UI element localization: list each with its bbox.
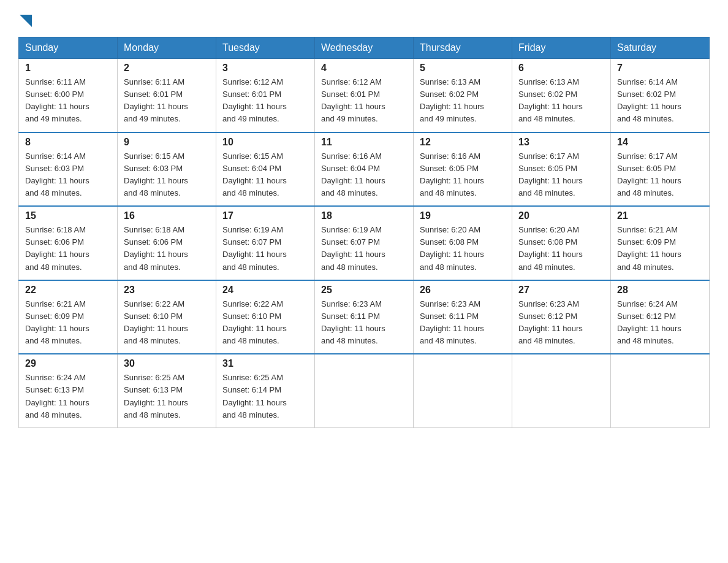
day-info: Sunrise: 6:23 AMSunset: 6:11 PMDaylight:… (321, 298, 407, 348)
day-info: Sunrise: 6:12 AMSunset: 6:01 PMDaylight:… (321, 76, 407, 126)
day-info: Sunrise: 6:14 AMSunset: 6:02 PMDaylight:… (617, 76, 703, 126)
day-cell-21: 21 Sunrise: 6:21 AMSunset: 6:09 PMDaylig… (611, 206, 710, 280)
day-info: Sunrise: 6:11 AMSunset: 6:00 PMDaylight:… (25, 76, 111, 126)
day-cell-25: 25 Sunrise: 6:23 AMSunset: 6:11 PMDaylig… (315, 280, 414, 354)
day-cell-27: 27 Sunrise: 6:23 AMSunset: 6:12 PMDaylig… (512, 280, 611, 354)
day-cell-22: 22 Sunrise: 6:21 AMSunset: 6:09 PMDaylig… (19, 280, 118, 354)
page-header (18, 12, 710, 26)
day-info: Sunrise: 6:18 AMSunset: 6:06 PMDaylight:… (124, 224, 210, 274)
day-cell-3: 3 Sunrise: 6:12 AMSunset: 6:01 PMDayligh… (216, 59, 315, 132)
day-number: 18 (321, 210, 407, 221)
day-info: Sunrise: 6:23 AMSunset: 6:12 PMDaylight:… (518, 298, 604, 348)
day-number: 13 (518, 137, 604, 148)
day-number: 3 (222, 63, 308, 74)
week-row-3: 15 Sunrise: 6:18 AMSunset: 6:06 PMDaylig… (19, 206, 710, 280)
day-cell-26: 26 Sunrise: 6:23 AMSunset: 6:11 PMDaylig… (414, 280, 512, 354)
day-info: Sunrise: 6:15 AMSunset: 6:03 PMDaylight:… (124, 150, 210, 200)
weekday-header-thursday: Thursday (414, 37, 512, 59)
day-number: 20 (518, 210, 604, 221)
day-cell-2: 2 Sunrise: 6:11 AMSunset: 6:01 PMDayligh… (118, 59, 216, 132)
day-cell-10: 10 Sunrise: 6:15 AMSunset: 6:04 PMDaylig… (216, 132, 315, 207)
day-info: Sunrise: 6:24 AMSunset: 6:13 PMDaylight:… (25, 372, 111, 421)
day-number: 4 (321, 63, 407, 74)
day-info: Sunrise: 6:21 AMSunset: 6:09 PMDaylight:… (25, 298, 111, 348)
day-cell-31: 31 Sunrise: 6:25 AMSunset: 6:14 PMDaylig… (216, 354, 315, 427)
day-info: Sunrise: 6:17 AMSunset: 6:05 PMDaylight:… (617, 150, 703, 200)
day-cell-4: 4 Sunrise: 6:12 AMSunset: 6:01 PMDayligh… (315, 59, 414, 132)
day-cell-20: 20 Sunrise: 6:20 AMSunset: 6:08 PMDaylig… (512, 206, 611, 280)
logo-arrow-icon (20, 15, 32, 27)
weekday-header-tuesday: Tuesday (216, 37, 315, 59)
day-info: Sunrise: 6:14 AMSunset: 6:03 PMDaylight:… (25, 150, 111, 200)
day-cell-6: 6 Sunrise: 6:13 AMSunset: 6:02 PMDayligh… (512, 59, 611, 132)
svg-marker-0 (20, 15, 32, 27)
weekday-header-saturday: Saturday (611, 37, 710, 59)
logo (18, 12, 32, 26)
day-info: Sunrise: 6:25 AMSunset: 6:14 PMDaylight:… (222, 372, 308, 421)
day-cell-13: 13 Sunrise: 6:17 AMSunset: 6:05 PMDaylig… (512, 132, 611, 207)
day-number: 1 (25, 63, 111, 74)
day-number: 14 (617, 137, 703, 148)
day-number: 30 (124, 358, 210, 369)
day-cell-9: 9 Sunrise: 6:15 AMSunset: 6:03 PMDayligh… (118, 132, 216, 207)
empty-cell (611, 354, 710, 427)
day-number: 21 (617, 210, 703, 221)
day-cell-19: 19 Sunrise: 6:20 AMSunset: 6:08 PMDaylig… (414, 206, 512, 280)
day-number: 27 (518, 285, 604, 296)
day-info: Sunrise: 6:22 AMSunset: 6:10 PMDaylight:… (124, 298, 210, 348)
day-info: Sunrise: 6:20 AMSunset: 6:08 PMDaylight:… (518, 224, 604, 274)
day-number: 19 (420, 210, 506, 221)
day-cell-12: 12 Sunrise: 6:16 AMSunset: 6:05 PMDaylig… (414, 132, 512, 207)
day-number: 25 (321, 285, 407, 296)
day-info: Sunrise: 6:24 AMSunset: 6:12 PMDaylight:… (617, 298, 703, 348)
day-info: Sunrise: 6:22 AMSunset: 6:10 PMDaylight:… (222, 298, 308, 348)
day-number: 26 (420, 285, 506, 296)
day-info: Sunrise: 6:23 AMSunset: 6:11 PMDaylight:… (420, 298, 506, 348)
day-cell-28: 28 Sunrise: 6:24 AMSunset: 6:12 PMDaylig… (611, 280, 710, 354)
day-cell-30: 30 Sunrise: 6:25 AMSunset: 6:13 PMDaylig… (118, 354, 216, 427)
day-number: 23 (124, 285, 210, 296)
week-row-1: 1 Sunrise: 6:11 AMSunset: 6:00 PMDayligh… (19, 59, 710, 132)
week-row-4: 22 Sunrise: 6:21 AMSunset: 6:09 PMDaylig… (19, 280, 710, 354)
day-info: Sunrise: 6:16 AMSunset: 6:05 PMDaylight:… (420, 150, 506, 200)
day-info: Sunrise: 6:20 AMSunset: 6:08 PMDaylight:… (420, 224, 506, 274)
week-row-5: 29 Sunrise: 6:24 AMSunset: 6:13 PMDaylig… (19, 354, 710, 427)
day-info: Sunrise: 6:18 AMSunset: 6:06 PMDaylight:… (25, 224, 111, 274)
day-number: 2 (124, 63, 210, 74)
day-cell-16: 16 Sunrise: 6:18 AMSunset: 6:06 PMDaylig… (118, 206, 216, 280)
weekday-header-wednesday: Wednesday (315, 37, 414, 59)
day-cell-23: 23 Sunrise: 6:22 AMSunset: 6:10 PMDaylig… (118, 280, 216, 354)
day-number: 28 (617, 285, 703, 296)
day-number: 24 (222, 285, 308, 296)
day-number: 17 (222, 210, 308, 221)
day-cell-17: 17 Sunrise: 6:19 AMSunset: 6:07 PMDaylig… (216, 206, 315, 280)
day-number: 11 (321, 137, 407, 148)
day-info: Sunrise: 6:13 AMSunset: 6:02 PMDaylight:… (518, 76, 604, 126)
day-cell-5: 5 Sunrise: 6:13 AMSunset: 6:02 PMDayligh… (414, 59, 512, 132)
day-info: Sunrise: 6:13 AMSunset: 6:02 PMDaylight:… (420, 76, 506, 126)
day-number: 8 (25, 137, 111, 148)
day-number: 9 (124, 137, 210, 148)
day-number: 22 (25, 285, 111, 296)
day-info: Sunrise: 6:16 AMSunset: 6:04 PMDaylight:… (321, 150, 407, 200)
day-number: 29 (25, 358, 111, 369)
day-cell-24: 24 Sunrise: 6:22 AMSunset: 6:10 PMDaylig… (216, 280, 315, 354)
day-cell-18: 18 Sunrise: 6:19 AMSunset: 6:07 PMDaylig… (315, 206, 414, 280)
empty-cell (414, 354, 512, 427)
weekday-header-friday: Friday (512, 37, 611, 59)
weekday-header-sunday: Sunday (19, 37, 118, 59)
day-number: 10 (222, 137, 308, 148)
day-cell-29: 29 Sunrise: 6:24 AMSunset: 6:13 PMDaylig… (19, 354, 118, 427)
week-row-2: 8 Sunrise: 6:14 AMSunset: 6:03 PMDayligh… (19, 132, 710, 207)
weekday-header-row: SundayMondayTuesdayWednesdayThursdayFrid… (19, 37, 710, 59)
day-cell-14: 14 Sunrise: 6:17 AMSunset: 6:05 PMDaylig… (611, 132, 710, 207)
day-number: 5 (420, 63, 506, 74)
day-cell-11: 11 Sunrise: 6:16 AMSunset: 6:04 PMDaylig… (315, 132, 414, 207)
day-info: Sunrise: 6:21 AMSunset: 6:09 PMDaylight:… (617, 224, 703, 274)
day-number: 12 (420, 137, 506, 148)
empty-cell (315, 354, 414, 427)
day-number: 6 (518, 63, 604, 74)
day-cell-15: 15 Sunrise: 6:18 AMSunset: 6:06 PMDaylig… (19, 206, 118, 280)
day-number: 16 (124, 210, 210, 221)
day-info: Sunrise: 6:11 AMSunset: 6:01 PMDaylight:… (124, 76, 210, 126)
